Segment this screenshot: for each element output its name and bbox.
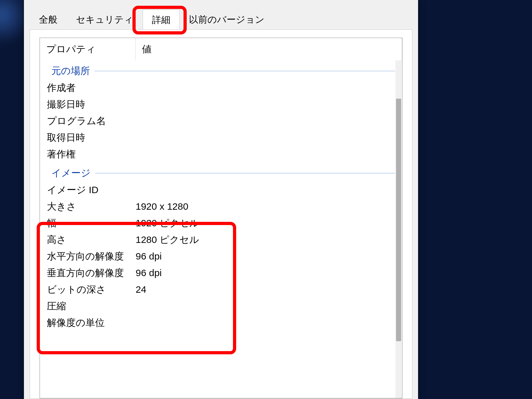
property-row[interactable]: 取得日時 xyxy=(40,129,402,146)
property-value xyxy=(136,133,395,142)
property-row[interactable]: 大きさ 1920 x 1280 xyxy=(40,198,402,215)
property-value xyxy=(136,185,395,195)
property-label: 著作権 xyxy=(47,149,136,159)
property-value: 96 dpi xyxy=(136,268,395,278)
property-label: 高さ xyxy=(47,235,136,245)
property-row[interactable]: 水平方向の解像度 96 dpi xyxy=(40,248,402,265)
property-label: イメージ ID xyxy=(47,185,136,195)
property-list: プロパティ 値 元の場所 作成者 撮影日時 プログラム名 xyxy=(40,38,402,398)
property-list-viewport[interactable]: 元の場所 作成者 撮影日時 プログラム名 取得日時 xyxy=(40,60,402,398)
property-label: 解像度の単位 xyxy=(47,318,136,327)
property-label: 作成者 xyxy=(47,83,136,93)
property-value xyxy=(136,116,395,126)
property-label: 水平方向の解像度 xyxy=(47,252,136,261)
property-row[interactable]: ビットの深さ 24 xyxy=(40,281,402,298)
tab-details-body: プロパティ 値 元の場所 作成者 撮影日時 プログラム名 xyxy=(30,29,412,399)
property-value xyxy=(136,301,395,311)
property-value: 1280 ピクセル xyxy=(136,235,395,245)
property-row[interactable]: プログラム名 xyxy=(40,113,402,129)
property-label: 取得日時 xyxy=(47,133,136,142)
property-row[interactable]: 作成者 xyxy=(40,79,402,96)
group-title-origin: 元の場所 xyxy=(51,66,90,76)
property-row[interactable]: 撮影日時 xyxy=(40,96,402,113)
property-label: 大きさ xyxy=(47,202,136,211)
property-label: プログラム名 xyxy=(47,116,136,126)
property-list-header[interactable]: プロパティ 値 xyxy=(40,38,402,60)
property-value: 1920 x 1280 xyxy=(136,202,395,211)
property-value: 24 xyxy=(136,285,395,294)
tab-previous-versions[interactable]: 以前のバージョン xyxy=(180,9,274,29)
property-label: 撮影日時 xyxy=(47,100,136,109)
group-header-image: イメージ xyxy=(40,162,402,182)
property-value xyxy=(136,318,395,327)
column-header-value[interactable]: 値 xyxy=(136,38,402,60)
property-label: 垂直方向の解像度 xyxy=(47,268,136,278)
property-label: ビットの深さ xyxy=(47,285,136,294)
property-row[interactable]: 圧縮 xyxy=(40,298,402,314)
property-row[interactable]: 著作権 xyxy=(40,146,402,162)
tab-strip: 全般 セキュリティ 詳細 以前のバージョン xyxy=(24,0,418,29)
property-value: 96 dpi xyxy=(136,252,395,261)
property-value xyxy=(136,83,395,93)
property-label: 圧縮 xyxy=(47,301,136,311)
properties-window: 全般 セキュリティ 詳細 以前のバージョン プロパティ 値 元の場所 作成者 xyxy=(24,0,418,399)
group-divider xyxy=(94,71,395,71)
scrollbar-vertical[interactable] xyxy=(395,60,402,398)
property-value: 1920 ピクセル xyxy=(136,218,395,228)
property-label: 幅 xyxy=(47,218,136,228)
property-row[interactable]: 解像度の単位 xyxy=(40,314,402,331)
tab-general[interactable]: 全般 xyxy=(30,9,67,29)
property-row[interactable]: 垂直方向の解像度 96 dpi xyxy=(40,265,402,281)
tab-security[interactable]: セキュリティ xyxy=(67,9,143,29)
property-value xyxy=(136,100,395,109)
group-title-image: イメージ xyxy=(51,168,91,178)
property-row[interactable]: イメージ ID xyxy=(40,182,402,198)
property-value xyxy=(136,149,395,159)
group-divider xyxy=(95,173,395,173)
scrollbar-thumb[interactable] xyxy=(396,99,401,341)
tab-details[interactable]: 詳細 xyxy=(143,10,180,30)
property-row[interactable]: 幅 1920 ピクセル xyxy=(40,215,402,231)
column-header-property[interactable]: プロパティ xyxy=(40,38,136,60)
property-row[interactable]: 高さ 1280 ピクセル xyxy=(40,231,402,248)
group-header-origin: 元の場所 xyxy=(40,60,402,79)
